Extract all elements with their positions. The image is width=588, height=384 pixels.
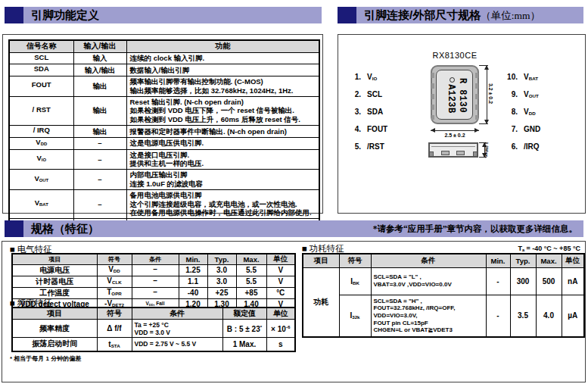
item-cell: 计时器电压 (12, 276, 97, 288)
item-cell: 振荡启动时间 (12, 338, 97, 351)
min-cell: 1.1 (179, 276, 207, 288)
typ-cell: 3.0 (207, 265, 236, 276)
pin-label-9: 9.VOUT (506, 90, 539, 98)
dim-thickness-label: 1.0Max. (484, 136, 489, 164)
col-header-item: 项目 (12, 308, 97, 320)
section-marker-square (338, 7, 356, 23)
dim-height-label: 3.2 ± 0.2 (488, 79, 493, 109)
symbol-cell: Δ f/f (97, 320, 132, 338)
pin-description: Reset 输出引脚. (N-ch open drain)如果检测到 VDD 电… (126, 96, 319, 125)
package-side-view (428, 142, 478, 158)
condition-cell: VDD = 2.75 V ~ 5.5 V (132, 338, 222, 351)
side-view-pad (441, 151, 450, 155)
max-cell: 5.5 (236, 265, 266, 276)
signal-name: SDA (9, 64, 73, 76)
col-header-min: Min. (179, 254, 207, 265)
pin-label-7: 7.GND (506, 125, 540, 133)
typ-cell: 3.5 (510, 295, 536, 337)
min-cell: - (486, 295, 510, 337)
pin-function-table: 信号名称 输入/输出 功能 SCL 输入 连续的 clock 输入引脚. SDA… (8, 39, 320, 232)
io-type: 输入 (73, 52, 126, 64)
table-header-row: 项目 符号 条件 Min. Typ. Max. 单位 (12, 254, 295, 265)
io-type: 输出 (73, 96, 126, 125)
pin-label-8: 8.VDD (506, 108, 536, 116)
section-title-specs: 规格（特征） (31, 220, 99, 237)
table-row: I32k SCL=SDA = "H" ,FOUT=32.768kHz, /IRQ… (303, 295, 584, 337)
col-header-item: 项目 (303, 254, 339, 267)
signal-name: / RST (9, 96, 73, 125)
io-type: – (73, 189, 126, 218)
col-header-unit: 单位 (562, 254, 584, 267)
io-type: – (73, 149, 126, 170)
package-top-view: R 8130 A123B (431, 65, 479, 124)
table-row: VIO – 这是接口电压引脚.提供和主机一样的电压. (9, 149, 319, 170)
pin-description: 这是电源电压供电引脚. (126, 137, 319, 149)
pin-description: 频率输出引脚带有输出控制功能. (C-MOS)输出频率能够选择，比如 32.76… (126, 76, 319, 97)
unit-cell: µA (562, 295, 584, 337)
col-header-symbol: 符号 (97, 254, 132, 265)
col-header-io: 输入/输出 (73, 40, 126, 52)
table-header-row: 信号名称 输入/输出 功能 (9, 40, 319, 52)
condition-cell: Ta = +25 °CVDD = 3.0 V (132, 320, 222, 338)
max-cell: 500 (536, 267, 562, 295)
table-header-row: 项目 符号 条件 Min. Typ. Max. 单位 (303, 254, 584, 267)
symbol-cell: tSTA (97, 338, 132, 351)
min-cell: - (486, 267, 510, 295)
signal-name: VOUT (9, 170, 73, 190)
pin-description: 备用电池电源供电引脚这个引脚连接超级电容，或充电电池，或一次性电池.在使用备用电… (126, 189, 319, 218)
table-row: VOUT – 内部电压输出引脚连接 1.0uF 的滤波电容 (9, 170, 319, 190)
pin-description: 内部电压输出引脚连接 1.0uF 的滤波电容 (126, 170, 319, 190)
col-header-typ: Typ. (207, 254, 236, 265)
table-row: VDD – 这是电源电压供电引脚. (9, 137, 319, 149)
signal-name: FOUT (9, 76, 73, 97)
section-header-pin-connection: 引脚连接/外部尺寸规格（单位:mm） (338, 7, 583, 23)
pin-description: 报警器和定时器事件中断输出. (N-ch open drain) (126, 126, 319, 138)
signal-name: VDD (9, 137, 73, 149)
col-header-item: 项目 (12, 254, 97, 265)
unit-cell: × 10-6 (266, 320, 295, 338)
item-cell: 功耗 (303, 267, 339, 337)
power-ta-note: Ta = -40 °C ~ +85 °C (518, 245, 580, 252)
col-header-max: Max. (536, 254, 562, 267)
side-view-foot (429, 151, 434, 157)
section-marker-square (5, 7, 23, 23)
col-header-condition: 条件 (371, 254, 486, 267)
pin-label-1: 1.VIO (352, 73, 377, 81)
col-header-signal: 信号名称 (9, 40, 73, 52)
col-header-min: Min. (486, 254, 510, 267)
col-header-max: Max. (236, 254, 266, 265)
dim-width-label: 2.5 ± 0.2 (431, 133, 479, 138)
pin-label-4: 4.FOUT (352, 125, 387, 133)
table-row: SDA 输入/输出 数据输入/输出引脚 (9, 64, 319, 76)
typ-cell: 3.0 (207, 276, 236, 288)
arrow-down-icon (484, 120, 489, 124)
pin-label-3: 3.SDA (352, 108, 383, 116)
unit-cell: V (266, 265, 295, 276)
side-view-lid-line (431, 146, 475, 147)
symbol-cell: I32k (339, 295, 371, 337)
signal-name: VIO (9, 149, 73, 170)
condition-cell: – (132, 265, 179, 276)
section-marker-square (5, 220, 23, 237)
signal-name: SCL (9, 52, 73, 64)
pin-description: 这是接口电压引脚.提供和主机一样的电压. (126, 149, 319, 170)
max-cell: 5.5 (236, 276, 266, 288)
section-header-specs: 规格（特征） *请参考“应用手册”章节内容，以获取更多详细信息。 (5, 220, 583, 237)
frequency-footnote: * 相当于每月 1 分钟的偏差 (10, 354, 81, 363)
symbol-cell: IBK (339, 267, 371, 295)
table-row: VBAT – 备用电池电源供电引脚这个引脚连接超级电容，或充电电池，或一次性电池… (9, 189, 319, 218)
pin-description: 数据输入/输出引脚 (126, 64, 319, 76)
min-cell: -40 (179, 288, 207, 299)
pin-label-5: 5./RST (352, 142, 384, 151)
table-row: SCL 输入 连续的 clock 输入引脚. (9, 52, 319, 64)
pin-label-2: 2.SCL (352, 90, 382, 98)
pin-description: 连续的 clock 输入引脚. (126, 52, 319, 64)
castellation-pads-right (475, 73, 478, 120)
rating-cell: 1 Max. (222, 338, 266, 351)
condition-cell: – (132, 288, 179, 299)
unit-cell: V (266, 276, 295, 288)
col-header-function: 功能 (126, 40, 319, 52)
col-header-condition: 条件 (132, 254, 179, 265)
pin-label-6: 6./IRQ (506, 142, 540, 151)
symbol-cell: VCLK (97, 276, 132, 288)
